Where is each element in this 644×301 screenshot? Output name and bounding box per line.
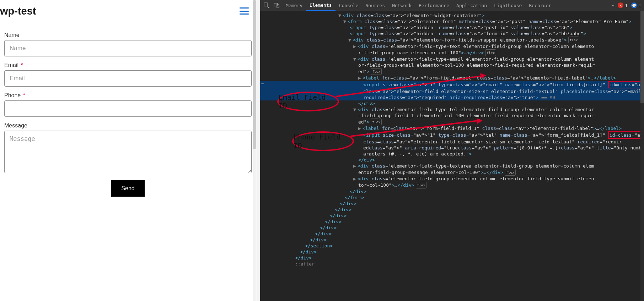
dom-line[interactable]: ▶<div class="elementor-field-type-textar… bbox=[260, 163, 644, 169]
dom-line[interactable]: ▼<div class=class="av">"elementor-widget… bbox=[260, 12, 644, 18]
dom-line[interactable]: ed">flex bbox=[260, 119, 644, 125]
dom-line[interactable]: </form> bbox=[260, 195, 644, 201]
dom-line[interactable]: ▼<div class=class="av">"elementor-form-f… bbox=[260, 37, 644, 43]
expand-arrow-icon[interactable]: ▶ bbox=[353, 43, 357, 49]
dom-line[interactable]: -field-group-field_1 elementor-col-100 e… bbox=[260, 113, 644, 119]
message-label: Message bbox=[4, 122, 252, 129]
tabs-overflow-icon[interactable]: » bbox=[611, 2, 614, 8]
dom-line[interactable]: </div> bbox=[260, 213, 644, 219]
email-label: Email * bbox=[4, 62, 252, 69]
expand-arrow-icon[interactable]: ▼ bbox=[353, 106, 357, 113]
tab-elements[interactable]: Elements bbox=[306, 0, 336, 11]
website-preview: wp-test Name Email * Phon bbox=[0, 0, 256, 301]
site-title: wp-test bbox=[0, 5, 36, 17]
dom-line[interactable]: required=class="av">"required" aria-requ… bbox=[260, 94, 644, 100]
dom-tree[interactable]: ▼<div class=class="av">"elementor-widget… bbox=[260, 11, 644, 267]
left-scrollbar-track[interactable] bbox=[253, 0, 256, 301]
tab-performance[interactable]: Performance bbox=[415, 0, 453, 11]
dom-line[interactable]: edclass="av">" aria-required="trueclass=… bbox=[260, 145, 644, 151]
dom-line[interactable]: </div> bbox=[260, 249, 644, 255]
message-label-text: Message bbox=[4, 122, 27, 128]
dom-line[interactable]: </div> bbox=[260, 225, 644, 231]
dom-line[interactable]: </div> bbox=[260, 157, 644, 163]
dom-line[interactable]: ▶<label for=class="av">"form-field-email… bbox=[260, 75, 644, 81]
dom-line[interactable]: ::after bbox=[260, 261, 644, 267]
expand-arrow-icon[interactable]: ▶ bbox=[353, 163, 357, 169]
submit-row: Send bbox=[4, 180, 252, 197]
tab-sources[interactable]: Sources bbox=[362, 0, 388, 11]
error-icon: ✕ bbox=[618, 2, 623, 8]
left-scrollbar-thumb[interactable] bbox=[253, 0, 256, 149]
dom-line[interactable]: tor-col-100">…</div>flex bbox=[260, 182, 644, 188]
dom-line[interactable]: </div> bbox=[260, 100, 644, 106]
expand-arrow-icon[interactable]: ▼ bbox=[353, 56, 357, 62]
dom-line[interactable]: ▶<label for=class="av">"form-field-field… bbox=[260, 125, 644, 131]
dom-line[interactable]: </div> bbox=[260, 237, 644, 243]
more-options-icon[interactable]: ⋯ bbox=[261, 81, 264, 87]
email-label-text: Email bbox=[4, 62, 18, 68]
message-badge[interactable]: 💬 1 bbox=[631, 2, 641, 8]
mobile-menu-toggle[interactable] bbox=[240, 7, 249, 15]
field-group-name: Name bbox=[4, 32, 252, 56]
dom-line[interactable]: or-field-group-email elementor-col-100 e… bbox=[260, 62, 644, 68]
dom-line[interactable]: </section> bbox=[260, 243, 644, 249]
devtools-panel: Memory Elements Console Sources Network … bbox=[260, 0, 644, 301]
expand-arrow-icon[interactable]: ▶ bbox=[353, 176, 357, 182]
dom-line[interactable]: </div> bbox=[260, 188, 644, 195]
dom-line[interactable]: aracters (#, -, *, etc) are accepted."> bbox=[260, 151, 644, 157]
dom-line[interactable]: </div> bbox=[260, 231, 644, 237]
tab-console[interactable]: Console bbox=[336, 0, 362, 11]
dom-line[interactable]: <input type=class="av">"hidden" name=cla… bbox=[260, 24, 644, 31]
dom-line[interactable]: ▶<div class="elementor-field-group eleme… bbox=[260, 176, 644, 182]
dom-line[interactable]: <input size=class="av">"1" type=class="a… bbox=[260, 131, 644, 139]
message-count: 1 bbox=[638, 3, 641, 8]
dom-line[interactable]: </div> bbox=[260, 255, 644, 261]
dom-line[interactable]: class=class="av">"elementor-field elemen… bbox=[260, 139, 644, 145]
error-badge[interactable]: ✕ 1 bbox=[618, 2, 628, 8]
name-input[interactable] bbox=[4, 40, 252, 56]
dom-line[interactable]: ▼<div class="elementor-field-type-tel el… bbox=[260, 106, 644, 113]
dom-line[interactable]: </div> bbox=[260, 201, 644, 207]
dom-line[interactable]: ▼<form class=class="av">"elementor-form"… bbox=[260, 18, 644, 24]
field-group-email: Email * bbox=[4, 62, 252, 87]
flex-badge: flex bbox=[505, 169, 516, 176]
tab-application[interactable]: Application bbox=[453, 0, 490, 11]
tab-recorder[interactable]: Recorder bbox=[525, 0, 555, 11]
phone-label: Phone * bbox=[4, 92, 252, 99]
inspect-element-icon[interactable] bbox=[262, 1, 271, 10]
expand-arrow-icon[interactable]: ▼ bbox=[338, 12, 342, 18]
dom-line[interactable]: r-field-group-name elementor-col-100">…<… bbox=[260, 49, 644, 56]
device-toolbar-icon[interactable] bbox=[272, 1, 281, 10]
dom-line[interactable]: <input type=class="av">"hidden" name=cla… bbox=[260, 31, 644, 37]
phone-label-text: Phone bbox=[4, 92, 21, 98]
required-mark: * bbox=[23, 92, 25, 98]
submit-button[interactable]: Send bbox=[111, 180, 144, 197]
field-group-message: Message bbox=[4, 122, 252, 175]
flex-badge: flex bbox=[568, 37, 579, 43]
devtools-tabbar: Memory Elements Console Sources Network … bbox=[260, 0, 644, 11]
dom-line[interactable]: ▼<div class="elementor-field-type-email … bbox=[260, 56, 644, 62]
tab-lighthouse[interactable]: Lighthouse bbox=[490, 0, 525, 11]
tab-network[interactable]: Network bbox=[388, 0, 415, 11]
dom-line[interactable]: ▶<div class="elementor-field-type-text e… bbox=[260, 43, 644, 49]
name-label: Name bbox=[4, 32, 252, 38]
right-scrollbar-thumb[interactable] bbox=[640, 11, 644, 103]
email-input[interactable] bbox=[4, 70, 252, 87]
expand-arrow-icon[interactable]: ▶ bbox=[358, 75, 362, 81]
flex-badge: flex bbox=[371, 119, 382, 125]
pane-resize-handle[interactable] bbox=[256, 0, 260, 301]
expand-arrow-icon[interactable]: ▶ bbox=[358, 125, 362, 131]
site-header: wp-test bbox=[0, 0, 256, 22]
phone-input[interactable] bbox=[4, 100, 252, 117]
expand-arrow-icon[interactable]: ▼ bbox=[343, 18, 347, 24]
dom-line[interactable]: </div> bbox=[260, 207, 644, 213]
dom-line[interactable]: class="av">"elementor-field elementor-si… bbox=[260, 88, 644, 94]
dom-line[interactable]: ⋯<input size=class="av">"1" type=class="… bbox=[260, 81, 644, 88]
dom-line[interactable]: </div> bbox=[260, 219, 644, 225]
dom-line[interactable]: ed">flex bbox=[260, 68, 644, 75]
expand-arrow-icon[interactable]: ▼ bbox=[348, 37, 352, 43]
dom-line[interactable]: entor-field-group-message elementor-col-… bbox=[260, 169, 644, 176]
tab-memory[interactable]: Memory bbox=[282, 0, 306, 11]
message-textarea[interactable] bbox=[4, 131, 252, 173]
flex-badge: flex bbox=[416, 182, 427, 188]
